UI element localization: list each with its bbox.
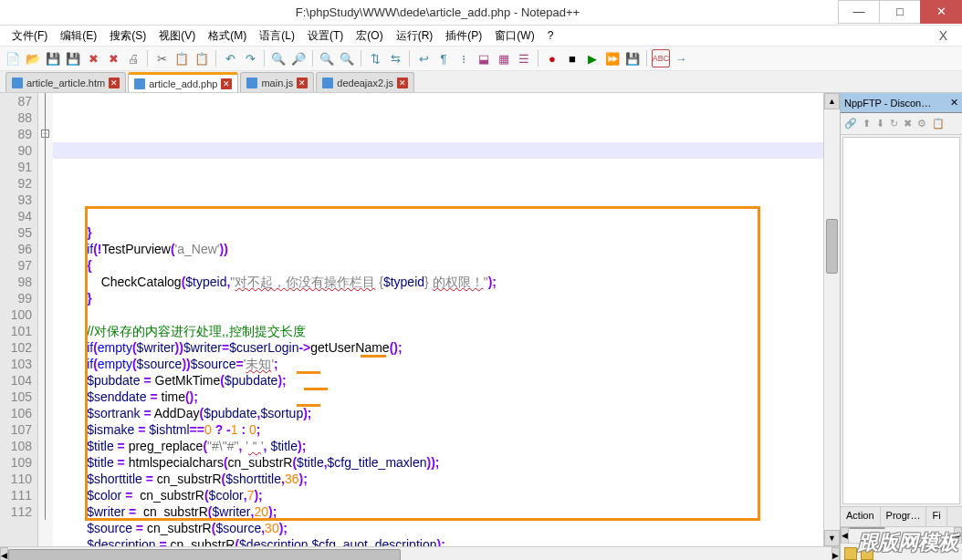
replace-icon[interactable]: 🔎 (289, 49, 308, 67)
file-icon (322, 78, 333, 88)
folder-icon[interactable] (861, 547, 873, 560)
scroll-down-button[interactable]: ▼ (824, 530, 840, 546)
panel-hscroll[interactable]: ◀ ▶ (841, 526, 962, 543)
tab-close-icon[interactable]: ✕ (397, 78, 408, 88)
menu-settings[interactable]: 设置(T) (301, 26, 350, 46)
nppftp-panel: NppFTP - Discon… ✕ 🔗 ⬆ ⬇ ↻ ✖ ⚙ 📋 Action … (840, 93, 962, 560)
panel-tab-file[interactable]: Fi (926, 507, 946, 526)
main-area: 8788899091929394959697989910010110210310… (0, 93, 962, 560)
savemacro-icon[interactable]: 💾 (623, 49, 642, 67)
vertical-scrollbar[interactable]: ▲ ▼ (823, 93, 840, 546)
abort-icon[interactable]: ✖ (904, 118, 912, 130)
panel-close-icon[interactable]: ✕ (950, 97, 958, 109)
ftp-tree[interactable] (842, 137, 960, 504)
indent-guide-icon[interactable]: ⫶ (455, 49, 473, 67)
code-editor[interactable]: 8788899091929394959697989910010110210310… (0, 93, 840, 546)
panel-tab-action[interactable]: Action (841, 507, 881, 526)
code-content[interactable]: } if(!TestPurview('a_New')) { CheckCatal… (53, 93, 823, 546)
menu-language[interactable]: 语言(L) (253, 26, 301, 46)
docmap-icon[interactable]: ▦ (495, 49, 513, 67)
scroll-track[interactable] (8, 547, 831, 560)
upload-icon[interactable]: ⬆ (863, 118, 871, 130)
panel-title-bar[interactable]: NppFTP - Discon… ✕ (841, 93, 962, 113)
tab-close-icon[interactable]: ✕ (109, 78, 120, 88)
settings-icon[interactable]: ⚙ (917, 118, 926, 130)
close-file-icon[interactable]: ✖ (84, 49, 102, 67)
menu-help[interactable]: ? (541, 27, 560, 44)
file-icon (246, 78, 257, 88)
scroll-thumb[interactable] (8, 549, 401, 560)
editor-wrap: 8788899091929394959697989910010110210310… (0, 93, 840, 560)
open-file-icon[interactable]: 📂 (24, 49, 42, 67)
menu-search[interactable]: 搜索(S) (103, 26, 152, 46)
scroll-thumb[interactable] (849, 527, 885, 529)
menu-macro[interactable]: 宏(O) (350, 26, 389, 46)
tab-article-add[interactable]: article_add.php ✕ (128, 72, 238, 92)
minimize-button[interactable]: — (838, 0, 880, 24)
close-all-icon[interactable]: ✖ (104, 49, 122, 67)
paste-icon[interactable]: 📋 (193, 49, 211, 67)
tab-close-icon[interactable]: ✕ (297, 78, 308, 88)
maximize-button[interactable]: □ (879, 0, 921, 24)
new-file-icon[interactable]: 📄 (4, 49, 22, 67)
underline-30 (297, 404, 320, 407)
scroll-track[interactable] (849, 527, 954, 543)
play-icon[interactable]: ▶ (583, 49, 601, 67)
scroll-right-button[interactable]: ▶ (831, 547, 840, 560)
save-icon[interactable]: 💾 (44, 49, 62, 67)
scroll-track[interactable] (824, 109, 840, 530)
scroll-thumb[interactable] (826, 219, 838, 274)
sync-h-icon[interactable]: ⇆ (386, 49, 404, 67)
funclist-icon[interactable]: ☰ (515, 49, 533, 67)
panel-tab-progress[interactable]: Progr… (881, 507, 927, 526)
menu-edit[interactable]: 编辑(E) (54, 26, 103, 46)
sync-v-icon[interactable]: ⇅ (366, 49, 384, 67)
underline-20 (304, 388, 328, 390)
mdi-close-button[interactable]: X (930, 28, 957, 43)
horizontal-scrollbar[interactable]: ◀ ▶ (0, 546, 840, 560)
menu-window[interactable]: 窗口(W) (488, 26, 540, 46)
record-icon[interactable]: ● (543, 49, 561, 67)
menu-view[interactable]: 视图(V) (152, 26, 202, 46)
toolbar: 📄 📂 💾 💾 ✖ ✖ 🖨 ✂ 📋 📋 ↶ ↷ 🔍 🔎 🔍 🔍 ⇅ ⇆ ↩ ¶ … (0, 46, 962, 71)
connect-icon[interactable]: 🔗 (844, 118, 857, 130)
copy-icon[interactable]: 📋 (173, 49, 191, 67)
zoom-in-icon[interactable]: 🔍 (318, 49, 336, 67)
spellcheck-icon[interactable]: ABC (652, 49, 670, 67)
tab-label: dedeajax2.js (337, 78, 393, 88)
scroll-left-button[interactable]: ◀ (0, 547, 8, 560)
tab-article-article[interactable]: article_article.htm ✕ (5, 72, 126, 92)
folder-icon[interactable] (844, 547, 857, 560)
menu-plugins[interactable]: 插件(P) (439, 26, 488, 46)
scroll-left-button[interactable]: ◀ (841, 527, 849, 544)
redo-icon[interactable]: ↷ (241, 49, 259, 67)
download-icon[interactable]: ⬇ (876, 118, 884, 130)
menu-file[interactable]: 文件(F) (5, 26, 54, 46)
menu-run[interactable]: 运行(R) (390, 26, 440, 46)
fold-column[interactable]: − (38, 93, 53, 546)
show-all-icon[interactable]: ¶ (434, 49, 453, 67)
cut-icon[interactable]: ✂ (152, 49, 171, 67)
scroll-up-button[interactable]: ▲ (824, 93, 840, 109)
output-icon[interactable]: 📋 (932, 118, 945, 130)
zoom-out-icon[interactable]: 🔍 (338, 49, 356, 67)
tab-main-js[interactable]: main.js ✕ (240, 72, 314, 92)
scroll-right-button[interactable]: ▶ (954, 527, 962, 544)
save-all-icon[interactable]: 💾 (64, 49, 82, 67)
menu-format[interactable]: 格式(M) (202, 26, 253, 46)
find-icon[interactable]: 🔍 (269, 49, 288, 67)
tab-dedeajax2-js[interactable]: dedeajax2.js ✕ (316, 72, 414, 92)
panel-title: NppFTP - Discon… (844, 98, 931, 109)
wordwrap-icon[interactable]: ↩ (414, 49, 433, 67)
spellcheck-next-icon[interactable]: → (672, 49, 690, 67)
playmulti-icon[interactable]: ⏩ (603, 49, 622, 67)
udl-icon[interactable]: ⬓ (475, 49, 493, 67)
stop-icon[interactable]: ■ (563, 49, 581, 67)
line-number-gutter: 8788899091929394959697989910010110210310… (0, 93, 38, 546)
close-button[interactable]: ✕ (920, 0, 962, 24)
print-icon[interactable]: 🖨 (124, 49, 142, 67)
undo-icon[interactable]: ↶ (221, 49, 239, 67)
refresh-icon[interactable]: ↻ (890, 118, 898, 130)
tab-close-icon[interactable]: ✕ (221, 78, 232, 89)
underline-36 (361, 355, 386, 358)
